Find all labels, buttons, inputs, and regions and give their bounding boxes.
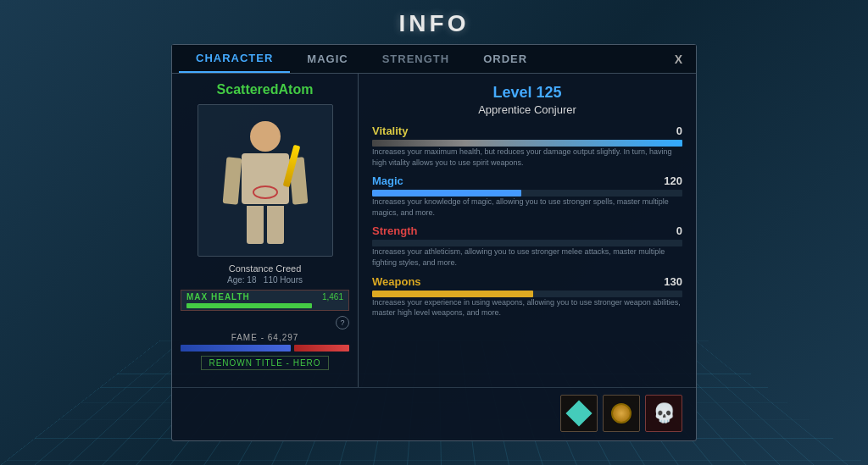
diamond-icon-box[interactable] xyxy=(560,395,598,432)
vitality-bar-track xyxy=(372,140,682,147)
health-value: 1,461 xyxy=(322,292,343,302)
content-area: ScatteredAtom Constance C xyxy=(172,74,696,387)
fame-label: FAME - 64,297 xyxy=(181,333,349,342)
vitality-name: Vitality xyxy=(372,125,408,137)
strength-section: Strength 0 Increases your athleticism, a… xyxy=(372,224,682,268)
strength-bar-track xyxy=(372,240,682,246)
bottom-icon-bar: 💀 xyxy=(172,387,696,440)
magic-bar-track xyxy=(372,190,682,197)
right-panel: Level 125 Apprentice Conjurer Vitality 0… xyxy=(359,74,696,387)
health-bar xyxy=(186,303,312,308)
char-meta: Age: 18 110 Hours xyxy=(227,275,303,285)
fame-bar-blue xyxy=(181,345,291,352)
magic-value: 120 xyxy=(664,174,682,187)
diamond-icon xyxy=(565,400,592,426)
strength-name: Strength xyxy=(372,224,417,237)
magic-bar xyxy=(372,190,521,197)
weapons-bar xyxy=(372,291,533,297)
vitality-desc: Increases your maximum health, but reduc… xyxy=(372,147,682,168)
skull-icon: 💀 xyxy=(653,402,676,424)
level-display: Level 125 xyxy=(372,84,682,102)
health-label: MAX HEALTH xyxy=(186,292,250,302)
tab-magic[interactable]: MAGIC xyxy=(290,46,364,72)
plate-icon-box[interactable] xyxy=(603,395,640,432)
tab-character[interactable]: CHARACTER xyxy=(179,45,290,73)
left-panel: ScatteredAtom Constance C xyxy=(172,74,359,387)
tab-order[interactable]: ORDER xyxy=(466,46,544,72)
weapons-name: Weapons xyxy=(372,275,421,288)
magic-name: Magic xyxy=(372,174,403,187)
class-display: Apprentice Conjurer xyxy=(372,103,682,116)
magic-section: Magic 120 Increases your knowledge of ma… xyxy=(372,174,682,218)
vitality-value: 0 xyxy=(676,125,682,137)
weapons-desc: Increases your experience in using weapo… xyxy=(372,297,682,318)
strength-desc: Increases your athleticism, allowing you… xyxy=(372,246,682,268)
weapons-bar-track xyxy=(372,291,682,297)
magic-desc: Increases your knowledge of magic, allow… xyxy=(372,197,682,218)
weapons-section: Weapons 130 Increases your experience in… xyxy=(372,275,682,318)
character-name: ScatteredAtom xyxy=(217,82,314,97)
main-panel: CHARACTER MAGIC STRENGTH ORDER X Scatter… xyxy=(171,44,697,441)
renown-title: RENOWN TITLE - HERO xyxy=(201,356,328,370)
avatar-title: Constance Creed xyxy=(229,263,302,274)
health-bar-container: MAX HEALTH 1,461 xyxy=(181,290,349,311)
page-title: INFO xyxy=(0,0,868,37)
fame-bars xyxy=(181,345,349,352)
skull-icon-box[interactable]: 💀 xyxy=(645,395,682,432)
fame-bar-red xyxy=(294,345,349,352)
character-avatar xyxy=(198,104,333,257)
vitality-section: Vitality 0 Increases your maximum health… xyxy=(372,125,682,168)
tab-bar: CHARACTER MAGIC STRENGTH ORDER X xyxy=(172,45,696,74)
help-icon[interactable]: ? xyxy=(336,316,349,329)
tab-strength[interactable]: STRENGTH xyxy=(365,46,467,72)
weapons-value: 130 xyxy=(664,275,682,288)
plate-icon xyxy=(611,403,632,423)
strength-value: 0 xyxy=(676,224,682,237)
fame-section: FAME - 64,297 RENOWN TITLE - HERO xyxy=(181,333,349,370)
close-button[interactable]: X xyxy=(668,49,689,69)
